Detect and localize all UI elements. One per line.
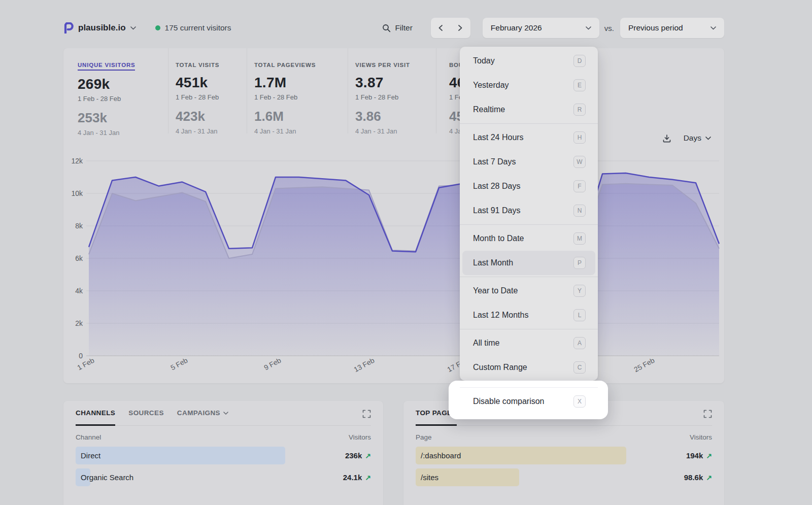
shortcut-key-badge: C bbox=[573, 361, 586, 374]
filter-button[interactable]: Filter bbox=[382, 23, 412, 32]
row-bar bbox=[76, 447, 285, 464]
menu-item-today[interactable]: TodayD bbox=[460, 49, 598, 73]
comparison-selector[interactable]: Previous period bbox=[620, 18, 724, 38]
menu-divider bbox=[460, 123, 598, 124]
menu-item-label: Last Month bbox=[473, 258, 513, 267]
spotlight-menu-section: Disable comparison X bbox=[460, 386, 598, 414]
vs-label: vs. bbox=[604, 24, 614, 32]
menu-item-label: Last 12 Months bbox=[473, 311, 528, 320]
menu-item-month-to-date[interactable]: Month to DateM bbox=[460, 226, 598, 251]
menu-item-last-91-days[interactable]: Last 91 DaysN bbox=[460, 198, 598, 223]
menu-item-label: Yesterday bbox=[473, 81, 509, 90]
menu-item-label: Today bbox=[473, 56, 495, 65]
filter-label: Filter bbox=[395, 23, 412, 32]
menu-item-label: Month to Date bbox=[473, 234, 524, 243]
row-label: /sites bbox=[416, 473, 438, 482]
chevron-down-icon bbox=[710, 26, 716, 30]
channels-row-organic-search[interactable]: Organic Search24.1k↗ bbox=[76, 468, 371, 486]
column-header: Channel bbox=[76, 433, 101, 441]
shortcut-key-badge: A bbox=[573, 337, 586, 349]
comparison-value: Previous period bbox=[628, 23, 683, 32]
channels-panel: CHANNELSSOURCESCAMPAIGNSChannelVisitorsD… bbox=[63, 401, 383, 505]
site-name: plausible.io bbox=[78, 23, 126, 33]
shortcut-key-badge: X bbox=[573, 395, 586, 408]
trend-up-arrow-icon: ↗ bbox=[365, 452, 371, 460]
chevron-down-icon bbox=[130, 26, 136, 30]
previous-period-arrow-button[interactable] bbox=[431, 18, 451, 38]
menu-item-label: Disable comparison bbox=[473, 397, 545, 406]
svg-text:25 Feb: 25 Feb bbox=[632, 356, 656, 374]
shortcut-key-badge: N bbox=[573, 205, 586, 217]
trend-up-arrow-icon: ↗ bbox=[706, 474, 712, 482]
pages-column-headers: PageVisitors bbox=[416, 433, 712, 441]
shortcut-key-badge: F bbox=[573, 180, 586, 192]
tab-label: SOURCES bbox=[128, 409, 164, 417]
row-label: /:dashboard bbox=[416, 451, 461, 460]
topbar: plausible.io 175 current visitors Filter… bbox=[63, 17, 724, 39]
menu-item-label: All time bbox=[473, 339, 499, 348]
trend-up-arrow-icon: ↗ bbox=[365, 474, 371, 482]
tab-label: CHANNELS bbox=[76, 409, 115, 417]
date-range-selector[interactable]: February 2026 bbox=[483, 18, 599, 38]
channels-row-direct[interactable]: Direct236k↗ bbox=[76, 447, 371, 464]
tab-campaigns[interactable]: CAMPAIGNS bbox=[177, 409, 228, 426]
period-nav bbox=[431, 18, 470, 38]
shortcut-key-badge: H bbox=[573, 131, 586, 144]
menu-item-label: Last 7 Days bbox=[473, 157, 516, 166]
svg-text:5 Feb: 5 Feb bbox=[169, 356, 189, 372]
shortcut-key-badge: D bbox=[573, 55, 586, 67]
expand-panel-button[interactable] bbox=[703, 410, 712, 425]
menu-item-realtime[interactable]: RealtimeR bbox=[460, 97, 598, 122]
svg-text:10k: 10k bbox=[71, 189, 83, 197]
row-visitors-count: 194k bbox=[686, 451, 703, 460]
tab-label: CAMPAIGNS bbox=[177, 409, 220, 417]
tab-channels[interactable]: CHANNELS bbox=[76, 409, 115, 426]
expand-panel-button[interactable] bbox=[362, 410, 371, 425]
date-range-value: February 2026 bbox=[491, 23, 542, 32]
row-value: 194k↗ bbox=[686, 451, 712, 460]
search-icon bbox=[382, 24, 391, 32]
chevron-down-icon bbox=[223, 412, 228, 415]
channels-panel-inner: CHANNELSSOURCESCAMPAIGNSChannelVisitorsD… bbox=[63, 401, 383, 486]
svg-text:12k: 12k bbox=[71, 157, 83, 165]
menu-item-last-month[interactable]: Last MonthP bbox=[462, 251, 595, 275]
pages-row-sites[interactable]: /sites98.6k↗ bbox=[416, 468, 712, 486]
metrics-and-chart-card: UNIQUE VISITORS269k1 Feb - 28 Feb253k4 J… bbox=[63, 48, 724, 383]
shortcut-key-badge: E bbox=[573, 79, 586, 91]
pages-row-dashboard[interactable]: /:dashboard194k↗ bbox=[416, 447, 712, 464]
svg-text:0: 0 bbox=[79, 352, 83, 360]
svg-text:13 Feb: 13 Feb bbox=[352, 356, 376, 374]
shortcut-key-badge: L bbox=[573, 309, 586, 321]
menu-item-year-to-date[interactable]: Year to DateY bbox=[460, 279, 598, 303]
plausible-dashboard: { "brand": { "site_name": "plausible.io"… bbox=[0, 0, 812, 505]
column-header: Page bbox=[416, 433, 432, 441]
current-visitors-label: 175 current visitors bbox=[165, 23, 231, 32]
menu-item-label: Last 91 Days bbox=[473, 206, 520, 215]
menu-divider bbox=[460, 329, 598, 329]
row-visitors-count: 24.1k bbox=[343, 473, 362, 482]
menu-item-label: Last 24 Hours bbox=[473, 133, 524, 142]
next-period-arrow-button[interactable] bbox=[451, 18, 470, 38]
shortcut-key-badge: Y bbox=[573, 285, 586, 297]
menu-item-last-28-days[interactable]: Last 28 DaysF bbox=[460, 174, 598, 198]
row-visitors-count: 236k bbox=[345, 451, 362, 460]
row-label: Organic Search bbox=[76, 473, 133, 482]
menu-item-last-7-days[interactable]: Last 7 DaysW bbox=[460, 150, 598, 174]
menu-item-custom-range[interactable]: Custom RangeC bbox=[460, 355, 598, 380]
visitors-area-chart[interactable]: 02k4k6k8k10k12k1 Feb5 Feb9 Feb13 Feb17 F… bbox=[63, 48, 724, 383]
channels-column-headers: ChannelVisitors bbox=[76, 433, 371, 441]
menu-item-label: Custom Range bbox=[473, 363, 527, 372]
svg-text:9 Feb: 9 Feb bbox=[262, 356, 282, 372]
tab-sources[interactable]: SOURCES bbox=[128, 409, 164, 426]
menu-item-yesterday[interactable]: YesterdayE bbox=[460, 73, 598, 97]
trend-up-arrow-icon: ↗ bbox=[706, 452, 712, 460]
plausible-logo-icon bbox=[63, 22, 74, 33]
site-switcher[interactable]: plausible.io bbox=[63, 22, 136, 33]
menu-item-disable-comparison[interactable]: Disable comparison X bbox=[460, 389, 598, 414]
menu-divider bbox=[460, 224, 598, 225]
menu-item-last-12-months[interactable]: Last 12 MonthsL bbox=[460, 303, 598, 327]
menu-item-last-24-hours[interactable]: Last 24 HoursH bbox=[460, 125, 598, 150]
menu-item-all-time[interactable]: All timeA bbox=[460, 331, 598, 355]
menu-divider bbox=[460, 277, 598, 277]
current-visitors-link[interactable]: 175 current visitors bbox=[155, 23, 231, 32]
